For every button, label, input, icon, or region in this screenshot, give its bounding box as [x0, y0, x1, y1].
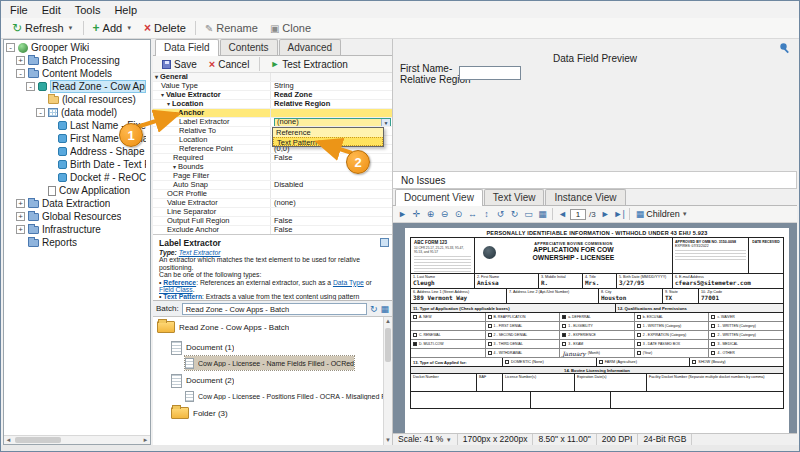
document-viewport[interactable]: PERSONALLY IDENTIFIABLE INFORMATION - WI…	[392, 223, 797, 433]
menu-tools[interactable]: Tools	[68, 3, 108, 17]
zoom-region-icon[interactable]: ⊙	[452, 208, 465, 221]
expand-icon[interactable]: +	[16, 56, 25, 65]
tree-item-read-zone-cow-apps-content-mod[interactable]: -Read Zone - Cow Apps - Content Mod	[4, 80, 150, 93]
property-row-output-full-region[interactable]: Output Full RegionFalse	[153, 217, 392, 226]
tab-contents[interactable]: Contents	[220, 39, 278, 55]
tree-item-batch-processing[interactable]: +Batch Processing	[4, 54, 150, 67]
expand-icon[interactable]: +	[16, 212, 25, 221]
scroll-down-icon[interactable]: ▼	[384, 436, 392, 445]
label-extractor-combo[interactable]: (none)▼	[274, 118, 391, 126]
property-row-value-extractor[interactable]: ▾Value ExtractorRead Zone	[153, 91, 392, 100]
scroll-up-icon[interactable]: ▲	[384, 317, 392, 326]
batch-vertical-scrollbar[interactable]: ▲ ▼	[383, 317, 392, 445]
tree-item-infrastructure[interactable]: +Infrastructure	[4, 223, 150, 236]
scrollbar-thumb[interactable]	[15, 437, 61, 443]
property-row-exclude-anchor[interactable]: Exclude AnchorFalse	[153, 226, 392, 235]
menu-file[interactable]: File	[3, 3, 35, 17]
save-button[interactable]: Save	[157, 59, 202, 70]
scroll-right-icon[interactable]: ►	[141, 436, 150, 444]
collapse-icon[interactable]: -	[36, 108, 45, 117]
collapse-arrow-icon[interactable]: ▾	[167, 100, 170, 108]
collapse-arrow-icon[interactable]: ▾	[173, 109, 176, 117]
text-extractor-link[interactable]: Text Extractor	[179, 249, 221, 256]
batch-item-cow-app-licensee-positions-filled-ocra-misaligned-fi[interactable]: Cow App - Licensee - Positions Filled - …	[185, 389, 387, 403]
dropdown-item-text-pattern[interactable]: Text Pattern	[273, 137, 383, 146]
batch-item-document-1[interactable]: Document (1)	[171, 339, 234, 356]
tab-data-field[interactable]: Data Field	[155, 39, 219, 56]
pan-icon[interactable]: ✛	[410, 208, 423, 221]
property-row-auto-snap[interactable]: Auto SnapDisabled	[153, 181, 392, 190]
tree-item-grooper-wiki[interactable]: -Grooper Wiki	[4, 41, 150, 54]
rotate-right-icon[interactable]: ↻	[508, 208, 521, 221]
reference-link[interactable]: Reference	[163, 279, 196, 286]
collapse-icon[interactable]: -	[16, 69, 25, 78]
tree-item-data-extraction[interactable]: +Data Extraction	[4, 197, 150, 210]
refresh-button[interactable]: ↻ Refresh ▼	[6, 21, 80, 35]
menu-help[interactable]: Help	[107, 3, 144, 17]
prev-page-button[interactable]: ◄	[556, 208, 569, 221]
batch-refresh-icon[interactable]: ↻	[370, 304, 378, 314]
expand-icon[interactable]: +	[16, 225, 25, 234]
field-value-input[interactable]	[459, 66, 521, 80]
rotate-left-icon[interactable]: ↺	[494, 208, 507, 221]
select-icon[interactable]: ►	[396, 208, 409, 221]
tree-item-reports[interactable]: Reports	[4, 236, 150, 249]
tab-document-view[interactable]: Document View	[395, 189, 483, 206]
tree-item-birth-date-text-region[interactable]: Birth Date - Text Region	[4, 158, 150, 171]
help-window-icon[interactable]	[380, 238, 389, 247]
collapse-arrow-icon[interactable]: ▾	[155, 73, 158, 81]
scroll-left-icon[interactable]: ◄	[4, 436, 13, 444]
fit-page-icon[interactable]: ↕	[480, 208, 493, 221]
last-page-button[interactable]: ►|	[613, 208, 626, 221]
tree-item-address-shape-region[interactable]: Address - Shape Region	[4, 145, 150, 158]
zoom-out-icon[interactable]: ⊖	[438, 208, 451, 221]
dropdown-item-reference[interactable]: Reference	[273, 128, 383, 137]
tab-text-view[interactable]: Text View	[484, 189, 545, 205]
cancel-button[interactable]: × Cancel	[204, 58, 255, 70]
children-dropdown[interactable]: ▦ Children ▼	[633, 209, 691, 219]
property-row-anchor[interactable]: ▾Anchor	[153, 109, 392, 118]
rename-button[interactable]: ✎ Rename	[199, 21, 264, 35]
collapse-icon[interactable]: -	[26, 82, 35, 91]
tree-horizontal-scrollbar[interactable]: ◄ ►	[4, 435, 150, 444]
property-row-label-extractor[interactable]: Label Extractor(none)▼	[153, 118, 392, 127]
data-type-link[interactable]: Data Type	[333, 279, 364, 286]
property-row-line-separator[interactable]: Line Separator	[153, 208, 392, 217]
tree-item-content-models[interactable]: -Content Models	[4, 67, 150, 80]
text-pattern-link[interactable]: Text Pattern	[163, 293, 202, 300]
batch-grid-icon[interactable]: ▦	[380, 304, 389, 314]
batch-selector[interactable]: Read Zone - Cow Apps - Batch	[182, 303, 367, 315]
ruler-icon[interactable]: ▭	[522, 208, 535, 221]
batch-item-document-2[interactable]: Document (2)	[171, 372, 234, 389]
collapse-arrow-icon[interactable]: ▾	[161, 91, 164, 99]
add-button[interactable]: + Add ▼	[87, 21, 139, 35]
menu-edit[interactable]: Edit	[35, 3, 68, 17]
collapse-icon[interactable]: -	[6, 43, 15, 52]
scrollbar-thumb[interactable]	[385, 328, 391, 362]
tree-item-cow-application[interactable]: Cow Application	[4, 184, 150, 197]
zoom-in-icon[interactable]: ⊕	[424, 208, 437, 221]
batch-item-cow-app-licensee-name-fields-filled-ocred[interactable]: Cow App - Licensee - Name Fields Filled …	[185, 356, 354, 370]
tab-instance-view[interactable]: Instance View	[545, 189, 625, 205]
tree-item-data-model[interactable]: -(data model)	[4, 106, 150, 119]
property-row-value-type[interactable]: Value TypeString	[153, 82, 392, 91]
delete-button[interactable]: × Delete	[138, 21, 192, 35]
tree-item-global-resources[interactable]: +Global Resources	[4, 210, 150, 223]
next-page-button[interactable]: ►	[599, 208, 612, 221]
collapse-arrow-icon[interactable]: ▾	[173, 163, 176, 171]
tab-advanced[interactable]: Advanced	[279, 39, 341, 55]
dropdown-arrow-icon[interactable]: ▼	[381, 119, 390, 126]
property-row-ocr-profile[interactable]: OCR Profile	[153, 190, 392, 199]
field-class-link[interactable]: Field Class	[159, 286, 193, 293]
tree-item-docket-reocr-zone[interactable]: Docket # - ReOCR Zone	[4, 171, 150, 184]
batch-item-folder-3[interactable]: Folder (3)	[171, 403, 228, 423]
test-extraction-button[interactable]: ► Test Extraction	[265, 59, 353, 70]
property-row-value-extractor[interactable]: Value Extractor(none)	[153, 199, 392, 208]
tree-item-local-resources[interactable]: (local resources)	[4, 93, 150, 106]
property-row-general[interactable]: ▾General	[153, 73, 392, 82]
fit-width-icon[interactable]: ↔	[466, 208, 479, 221]
scale-dropdown[interactable]: Scale: 41 % ▼	[393, 434, 458, 446]
pin-icon[interactable]	[779, 42, 791, 54]
batch-item-read-zone-cow-apps-batch[interactable]: Read Zone - Cow Apps - Batch	[157, 317, 289, 337]
page-number-input[interactable]: 1	[570, 209, 586, 220]
